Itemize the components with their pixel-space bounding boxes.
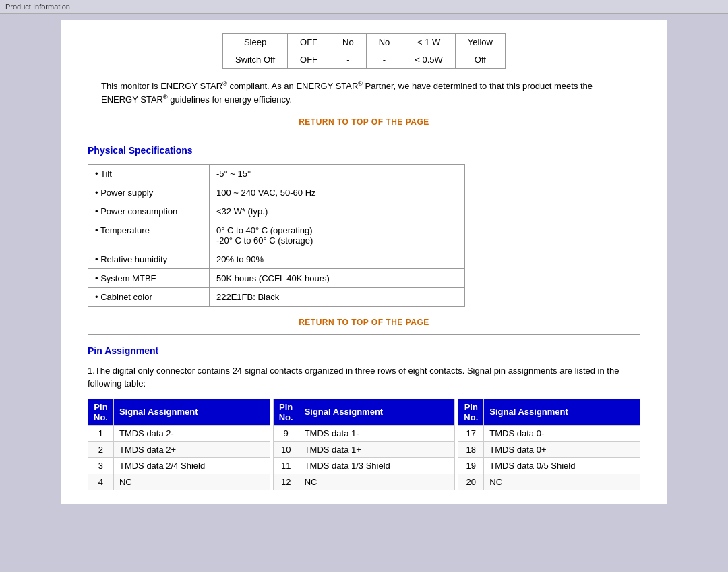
pin-number: 12: [273, 474, 299, 490]
specs-value: <32 W* (typ.): [210, 202, 465, 221]
specs-table-row: • Power supply100 ~ 240 VAC, 50-60 Hz: [88, 183, 465, 202]
pin-number: 3: [88, 457, 114, 474]
specs-value: 20% to 90%: [210, 250, 465, 268]
divider-2: [88, 334, 640, 335]
specs-value: -5° ~ 15°: [210, 164, 465, 183]
specs-value: 0° C to 40° C (operating)-20° C to 60° C…: [210, 221, 465, 250]
return-to-top-1[interactable]: RETURN TO TOP OF THE PAGE: [88, 117, 640, 127]
pin-table-row: 19TMDS data 0/5 Shield: [458, 457, 640, 474]
power-table-cell: Sleep: [223, 34, 288, 51]
power-table-cell: Switch Off: [223, 51, 288, 69]
pin-table-row: 9TMDS data 1-: [273, 425, 455, 441]
physical-specs-heading: Physical Specifications: [88, 145, 640, 156]
signal-assignment-header: Signal Assignment: [484, 399, 640, 425]
power-table-cell: -: [330, 51, 367, 69]
pin-table-row: 18TMDS data 0+: [458, 441, 640, 457]
pin-number: 2: [88, 441, 114, 457]
specs-table-row: • Power consumption<32 W* (typ.): [88, 202, 465, 221]
specs-label: • Power consumption: [88, 202, 210, 221]
page-wrapper: SleepOFFNoNo< 1 WYellowSwitch OffOFF--< …: [0, 14, 728, 572]
pin-assignment-intro: 1.The digital only connector contains 24…: [88, 364, 640, 391]
pin-number: 20: [458, 474, 484, 490]
page-title: Product Information: [5, 3, 70, 11]
pin-number: 18: [458, 441, 484, 457]
pin-assignment-heading: Pin Assignment: [88, 345, 640, 356]
pin-number: 17: [458, 425, 484, 441]
pin-number: 19: [458, 457, 484, 474]
pin-signal: TMDS data 2-: [113, 425, 270, 441]
pin-no-header: Pin No.: [88, 399, 114, 425]
pin-signal: NC: [113, 474, 270, 490]
pin-signal: TMDS data 1-: [299, 425, 455, 441]
pin-signal: TMDS data 1+: [299, 441, 455, 457]
pin-number: 10: [273, 441, 299, 457]
browser-title-bar: Product Information: [0, 0, 728, 14]
pin-assignment-grid: Pin No.Signal Assignment1TMDS data 2-2TM…: [88, 399, 640, 490]
pin-signal: NC: [299, 474, 455, 490]
power-table-cell: No: [330, 34, 367, 51]
signal-assignment-header: Signal Assignment: [113, 399, 270, 425]
pin-signal: NC: [484, 474, 640, 490]
divider-1: [88, 134, 640, 134]
power-table-cell: Off: [455, 51, 505, 69]
specs-value: 100 ~ 240 VAC, 50-60 Hz: [210, 183, 465, 202]
pin-signal: TMDS data 2+: [113, 441, 270, 457]
pin-table-row: 1TMDS data 2-: [88, 425, 270, 441]
specs-label: • Temperature: [88, 221, 210, 250]
pin-signal: TMDS data 1/3 Shield: [299, 457, 455, 474]
specs-table-row: • Temperature0° C to 40° C (operating)-2…: [88, 221, 465, 250]
pin-signal: TMDS data 0-: [484, 425, 640, 441]
pin-table-row: 3TMDS data 2/4 Shield: [88, 457, 270, 474]
signal-assignment-header: Signal Assignment: [299, 399, 455, 425]
pin-column-1: Pin No.Signal Assignment1TMDS data 2-2TM…: [88, 399, 270, 490]
physical-specs-table: • Tilt-5° ~ 15°• Power supply100 ~ 240 V…: [88, 164, 465, 307]
pin-column-3: Pin No.Signal Assignment17TMDS data 0-18…: [458, 399, 640, 490]
pin-table-row: 4NC: [88, 474, 270, 490]
specs-table-row: • System MTBF50K hours (CCFL 40K hours): [88, 268, 465, 287]
pin-table-row: 11TMDS data 1/3 Shield: [273, 457, 455, 474]
specs-value: 222E1FB: Black: [210, 287, 465, 306]
specs-value: 50K hours (CCFL 40K hours): [210, 268, 465, 287]
specs-table-row: • Tilt-5° ~ 15°: [88, 164, 465, 183]
specs-table-row: • Cabinet color222E1FB: Black: [88, 287, 465, 306]
pin-number: 9: [273, 425, 299, 441]
pin-signal: TMDS data 0/5 Shield: [484, 457, 640, 474]
pin-no-header: Pin No.: [458, 399, 484, 425]
specs-label: • Tilt: [88, 164, 210, 183]
pin-table-row: 2TMDS data 2+: [88, 441, 270, 457]
energy-star-text: This monitor is ENERGY STAR® compliant. …: [101, 80, 627, 107]
pin-table-row: 12NC: [273, 474, 455, 490]
power-table-cell: -: [366, 51, 402, 69]
specs-label: • Cabinet color: [88, 287, 210, 306]
pin-column-2: Pin No.Signal Assignment9TMDS data 1-10T…: [273, 399, 456, 490]
specs-label: • Relative humidity: [88, 250, 210, 268]
return-to-top-2[interactable]: RETURN TO TOP OF THE PAGE: [88, 318, 640, 327]
pin-number: 11: [273, 457, 299, 474]
specs-label: • Power supply: [88, 183, 210, 202]
pin-no-header: Pin No.: [273, 399, 299, 425]
pin-number: 1: [88, 425, 114, 441]
pin-number: 4: [88, 474, 114, 490]
power-table-cell: OFF: [288, 51, 330, 69]
specs-label: • System MTBF: [88, 268, 210, 287]
power-table-cell: OFF: [288, 34, 330, 51]
content-area: SleepOFFNoNo< 1 WYellowSwitch OffOFF--< …: [61, 20, 667, 504]
pin-table-row: 17TMDS data 0-: [458, 425, 640, 441]
pin-table-row: 10TMDS data 1+: [273, 441, 455, 457]
specs-table-row: • Relative humidity20% to 90%: [88, 250, 465, 268]
power-table-cell: No: [366, 34, 402, 51]
pin-signal: TMDS data 0+: [484, 441, 640, 457]
pin-signal: TMDS data 2/4 Shield: [113, 457, 270, 474]
power-table-cell: < 1 W: [402, 34, 456, 51]
power-table-cell: < 0.5W: [402, 51, 456, 69]
pin-table-row: 20NC: [458, 474, 640, 490]
power-table-cell: Yellow: [455, 34, 505, 51]
power-state-table: SleepOFFNoNo< 1 WYellowSwitch OffOFF--< …: [222, 33, 506, 69]
